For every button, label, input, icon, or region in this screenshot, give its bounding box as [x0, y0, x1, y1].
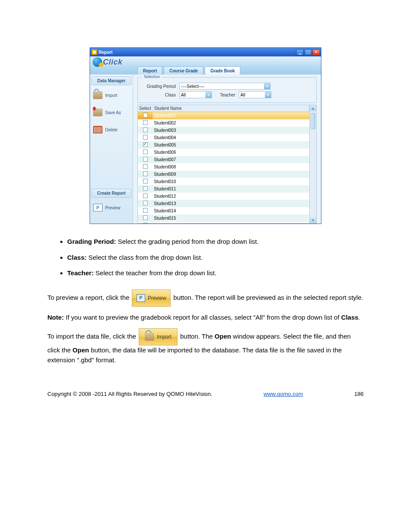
row-checkbox[interactable] [143, 223, 148, 224]
table-row[interactable]: Student007 [138, 156, 309, 163]
scroll-up-icon[interactable]: ▲ [310, 105, 316, 111]
student-name-cell: Student011 [154, 187, 176, 191]
logo-icon [93, 57, 102, 67]
titlebar[interactable]: Report ▁ ▢ ✕ [90, 48, 321, 56]
sidebar: Data Manager Import Save As Delete Creat… [90, 75, 133, 224]
row-checkbox[interactable] [143, 186, 148, 191]
class-label: Class [142, 93, 176, 97]
table-row[interactable]: Student010 [138, 178, 309, 185]
table-row[interactable]: Student013 [138, 200, 309, 207]
sidebar-preview-button[interactable]: P Preview [91, 200, 131, 215]
student-name-cell: Student007 [154, 157, 176, 162]
col-select-header[interactable]: Select [138, 105, 153, 112]
row-checkbox[interactable] [143, 142, 148, 147]
logo-text: Click [103, 58, 123, 67]
row-checkbox[interactable] [143, 120, 148, 125]
row-checkbox[interactable] [143, 113, 148, 118]
delete-icon [93, 126, 103, 134]
document-body: Grading Period: Select the grading perio… [47, 237, 364, 365]
row-checkbox[interactable] [143, 157, 148, 162]
para-preview: To preview a report, click the P Preview… [47, 289, 364, 307]
table-row[interactable]: Student001 [138, 112, 309, 120]
student-name-cell: Student003 [154, 128, 176, 133]
row-checkbox[interactable] [143, 215, 148, 220]
ribbon: Click Report Course Grade Grade Book [90, 56, 321, 75]
chevron-down-icon: ▼ [206, 92, 212, 98]
import-icon [145, 333, 154, 341]
selection-legend: Selection [142, 75, 162, 79]
teacher-label: Teacher [215, 93, 235, 97]
scroll-track[interactable] [310, 111, 316, 217]
sidebar-saveas-button[interactable]: Save As [91, 105, 131, 120]
bullet-teacher: Teacher: Select the teacher from the dro… [67, 268, 364, 278]
row-checkbox[interactable] [143, 164, 148, 169]
window-title: Report [99, 50, 296, 55]
sidebar-group-create-report: Create Report [91, 189, 131, 198]
preview-icon: P [93, 204, 103, 212]
row-checkbox[interactable] [143, 171, 148, 176]
copyright-text: Copyright © 2008 -2011 All Rights Reserv… [47, 391, 212, 397]
student-name-cell: Student006 [154, 150, 176, 155]
logo: Click [93, 57, 123, 67]
table-row[interactable]: Student011 [138, 185, 309, 193]
table-row[interactable]: Student012 [138, 193, 309, 200]
report-window: Report ▁ ▢ ✕ Click Report Course Grade G… [90, 47, 321, 224]
student-name-cell: Student009 [154, 172, 176, 177]
combo-value: ----Select---- [181, 84, 264, 89]
table-row[interactable]: Student003 [138, 127, 309, 134]
row-checkbox[interactable] [143, 201, 148, 205]
bullet-class: Class: Select the class from the drop do… [67, 253, 364, 263]
row-checkbox[interactable] [143, 179, 148, 184]
table-row[interactable]: Student005 [138, 141, 309, 149]
class-combo[interactable]: All ▼ [179, 91, 212, 98]
page-footer: Copyright © 2008 -2011 All Rights Reserv… [47, 391, 364, 410]
tab-course-grade[interactable]: Course Grade [164, 66, 203, 75]
scrollbar[interactable]: ▲ ▼ [310, 105, 317, 224]
footer-link[interactable]: www.qomo.com [264, 391, 303, 397]
tab-report[interactable]: Report [137, 66, 162, 75]
student-name-cell: Student012 [154, 194, 176, 199]
table-row[interactable]: Student004 [138, 134, 309, 141]
sidebar-item-label: Preview [105, 205, 121, 210]
import-icon [93, 91, 103, 99]
save-as-icon [93, 109, 103, 116]
bullet-grading-period: Grading Period: Select the grading perio… [67, 237, 364, 247]
scroll-thumb[interactable] [311, 113, 315, 129]
student-name-cell: Student013 [154, 201, 176, 206]
table-row[interactable]: Student015 [138, 215, 309, 222]
maximize-button[interactable]: ▢ [304, 49, 312, 56]
table-row[interactable]: Student014 [138, 207, 309, 215]
inline-preview-button[interactable]: P Preview [132, 289, 171, 307]
row-checkbox[interactable] [143, 128, 148, 132]
table-row[interactable]: Student008 [138, 163, 309, 171]
student-name-cell: Student004 [154, 135, 176, 140]
grading-period-combo[interactable]: ----Select---- ▼ [179, 83, 271, 90]
sidebar-delete-button[interactable]: Delete [91, 122, 131, 137]
student-name-cell: Student001 [154, 113, 176, 118]
row-checkbox[interactable] [143, 149, 148, 154]
table-row[interactable]: Student009 [138, 171, 309, 178]
close-button[interactable]: ✕ [312, 49, 320, 56]
minimize-button[interactable]: ▁ [296, 49, 304, 56]
table-row[interactable]: Student006 [138, 149, 309, 156]
row-checkbox[interactable] [143, 208, 148, 213]
teacher-combo[interactable]: All ▼ [239, 91, 271, 98]
tab-grade-book[interactable]: Grade Book [205, 66, 240, 75]
student-name-cell: Student015 [154, 216, 176, 221]
sidebar-item-label: Save As [105, 110, 121, 115]
table-row[interactable]: Student002 [138, 119, 309, 127]
inline-import-button[interactable]: Import [139, 328, 177, 345]
row-checkbox[interactable] [143, 193, 148, 198]
scroll-down-icon[interactable]: ▼ [310, 217, 316, 223]
table-row[interactable]: Student016 [138, 222, 309, 224]
student-name-cell: Student014 [154, 208, 176, 213]
main-pane: Selection Grading Period ----Select---- … [133, 75, 321, 224]
student-name-cell: Student010 [154, 179, 176, 184]
preview-icon: P [137, 294, 145, 302]
sidebar-item-label: Import [105, 93, 117, 98]
row-checkbox[interactable] [143, 135, 148, 140]
sidebar-import-button[interactable]: Import [91, 88, 131, 103]
student-name-cell: Student002 [154, 121, 176, 125]
combo-value: All [240, 93, 265, 97]
col-name-header[interactable]: Student Name [153, 105, 309, 112]
